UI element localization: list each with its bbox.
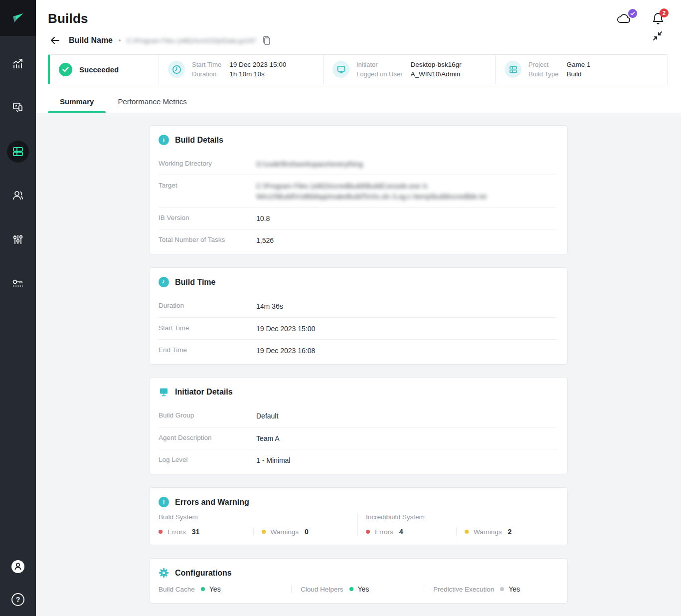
detail-row: Log Level 1 - Minimal	[159, 449, 556, 471]
sidebar-item-license[interactable]	[7, 272, 29, 294]
field-label: Duration	[192, 70, 221, 78]
builds-icon	[11, 145, 24, 158]
tab-bar: Summary Performance Metrics	[36, 92, 681, 113]
stat-warnings: Warnings 0	[253, 528, 348, 536]
sidebar-item-settings[interactable]	[7, 228, 29, 250]
row-label: Duration	[159, 301, 256, 309]
stat-errors: Errors 4	[366, 528, 456, 536]
clock-icon	[168, 61, 185, 78]
row-label: Total Number of Tasks	[159, 235, 256, 243]
page: ? Builds	[0, 0, 681, 616]
row-label: Agent Description	[159, 433, 256, 441]
cloud-check-badge	[628, 9, 637, 18]
stat-value: 4	[399, 528, 403, 536]
card-title: Configurations	[175, 569, 232, 578]
agents-icon	[11, 101, 24, 114]
stat-value: 31	[192, 528, 200, 536]
detail-row: Target C:\Program Files (x86)\Incredibui…	[159, 175, 556, 207]
target-line1: C:\Program Files (x86)\Incredibuild\Buil…	[256, 182, 428, 190]
warning-dot-icon	[262, 530, 266, 534]
field-label: Build Type	[528, 70, 558, 78]
field-value: Game 1	[566, 61, 590, 68]
field-value: 1h 10m 10s	[229, 70, 286, 78]
row-label: IB Version	[159, 213, 256, 221]
row-value: 10.8	[256, 213, 270, 223]
sidebar-item-users[interactable]	[7, 185, 29, 206]
enabled-dot-icon	[349, 587, 353, 591]
card-title: Build Details	[175, 136, 223, 145]
detail-row: Working Directory D:\code\first\workspac…	[159, 153, 556, 175]
field-label: Initiator	[356, 61, 403, 68]
card-title: Build Time	[175, 278, 216, 287]
tab-performance-metrics[interactable]: Performance Metrics	[106, 92, 198, 113]
analytics-icon	[11, 57, 24, 70]
field-label: Project	[528, 61, 558, 68]
user-avatar[interactable]	[10, 559, 25, 574]
field-value: A_WIN10\Admin	[411, 70, 462, 78]
key-icon	[11, 277, 25, 290]
row-label: End Time	[159, 346, 256, 354]
cloud-status-button[interactable]	[616, 13, 632, 25]
sidebar-item-analytics[interactable]	[7, 53, 29, 75]
warning-dot-icon	[465, 530, 469, 534]
row-label: Log Level	[159, 455, 256, 463]
row-value: Team A	[256, 433, 280, 443]
breadcrumb-path-blurred: C:\Program Files (x86)\AcmClOp\Data.gz24…	[127, 37, 256, 44]
notifications-button[interactable]: 2	[652, 12, 664, 25]
sliders-icon	[11, 233, 24, 246]
monitor-icon	[159, 387, 169, 397]
stat-label: Warnings	[474, 528, 502, 536]
project-section: Project Game 1 Build Type Build	[495, 55, 668, 84]
breadcrumb: Build Name C:\Program Files (x86)\AcmClO…	[36, 29, 681, 54]
back-button[interactable]	[48, 33, 62, 47]
gear-icon	[159, 568, 169, 578]
clock-icon	[159, 277, 169, 287]
config-predictive-execution: Predictive Execution Yes	[424, 585, 556, 593]
users-icon	[11, 189, 24, 202]
group-name: Build System	[159, 513, 347, 521]
exclamation-icon: !	[159, 497, 169, 507]
errors-group-incredibuild-system: Incredibuild System Errors 4 Warnings 2	[357, 513, 556, 536]
row-label: Start Time	[159, 324, 256, 332]
config-label: Build Cache	[159, 586, 195, 593]
row-value: Default	[256, 411, 278, 421]
status-label: Succeeded	[79, 65, 119, 74]
field-label: Start Time	[192, 61, 221, 68]
detail-row: Duration 14m 36s	[159, 295, 556, 317]
tab-summary[interactable]: Summary	[48, 92, 106, 113]
status-section: Succeeded	[50, 55, 159, 84]
initiator-section: Initiator Desktop-bsk16gr Logged on User…	[323, 55, 495, 84]
config-label: Predictive Execution	[433, 586, 494, 593]
row-label: Working Directory	[159, 159, 256, 167]
row-value: 14m 36s	[256, 301, 283, 311]
card-build-details: i Build Details Working Directory D:\cod…	[149, 125, 568, 254]
row-label: Target	[159, 181, 256, 189]
help-icon[interactable]: ?	[10, 592, 25, 607]
config-cloud-helpers: Cloud Helpers Yes	[291, 585, 424, 593]
sidebar: ?	[0, 0, 36, 616]
card-configurations: Configurations Build Cache Yes Cloud Hel…	[149, 558, 568, 604]
stat-value: 2	[508, 528, 512, 536]
stat-label: Errors	[375, 528, 393, 536]
card-errors-warnings: ! Errors and Warning Build System Errors…	[149, 487, 568, 545]
sidebar-item-builds[interactable]	[7, 141, 29, 163]
detail-row: Agent Description Team A	[159, 427, 556, 449]
field-label: Logged on User	[356, 70, 403, 78]
detail-row: End Time 19 Dec 2023 16:08	[159, 340, 556, 361]
content-area: i Build Details Working Directory D:\cod…	[36, 113, 681, 616]
copy-icon[interactable]	[262, 35, 271, 45]
row-value-blurred: C:\Program Files (x86)\Incredibuild\Buil…	[256, 181, 487, 202]
incredibuild-logo[interactable]	[0, 0, 36, 36]
errors-group-build-system: Build System Errors 31 Warnings 0	[159, 513, 357, 536]
sidebar-item-agents[interactable]	[7, 97, 29, 119]
config-value: Yes	[509, 585, 520, 593]
info-icon: i	[159, 135, 169, 145]
collapse-panel-icon[interactable]	[652, 30, 663, 41]
project-grid-icon	[505, 61, 521, 78]
detail-row: Build Group Default	[159, 405, 556, 427]
stat-label: Warnings	[271, 528, 299, 536]
stat-warnings: Warnings 2	[456, 528, 546, 536]
enabled-dot-icon	[201, 587, 205, 591]
card-build-time: Build Time Duration 14m 36s Start Time 1…	[149, 267, 568, 365]
time-section: Start Time 19 Dec 2023 15:00 Duration 1h…	[159, 55, 323, 84]
